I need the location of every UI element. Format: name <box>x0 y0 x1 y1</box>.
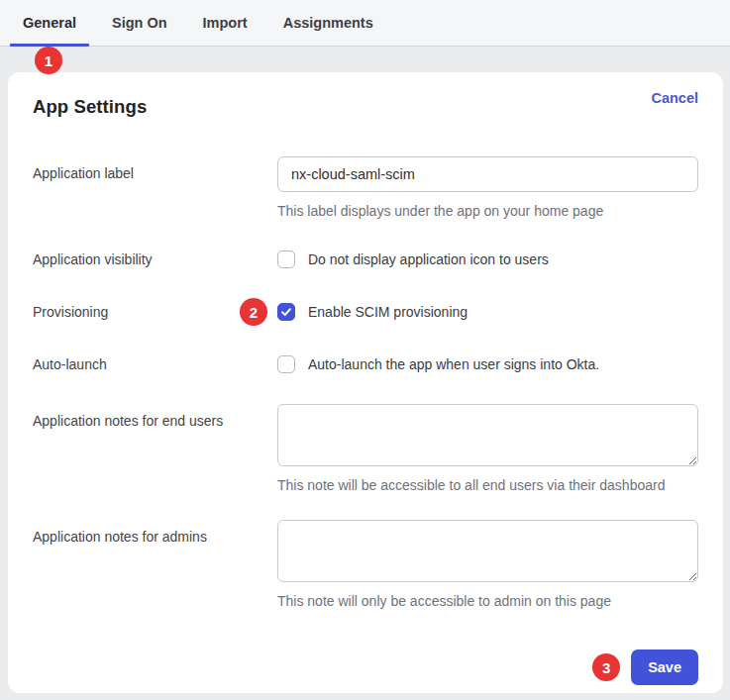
tab-general-label: General <box>23 15 76 31</box>
tab-import-label: Import <box>203 15 248 31</box>
form-row-provisioning: 2 Provisioning Enable SCIM provisioning <box>33 303 698 321</box>
form-row-notes-admins: Application notes for admins This note w… <box>33 520 698 609</box>
application-label-input[interactable] <box>277 156 698 192</box>
form-row-application-visibility: Application visibility Do not display ap… <box>33 250 698 268</box>
tab-assignments-label: Assignments <box>283 15 373 31</box>
auto-launch-field-label: Auto-launch <box>33 356 277 372</box>
form-row-notes-end-users: Application notes for end users This not… <box>33 404 698 493</box>
tab-import[interactable]: Import <box>190 0 261 46</box>
tab-assignments[interactable]: Assignments <box>270 0 386 46</box>
panel-footer: 3 Save <box>33 650 698 685</box>
form-row-auto-launch: Auto-launch Auto-launch the app when use… <box>33 355 698 373</box>
step-1-badge: 1 <box>35 47 62 74</box>
application-label-help-text: This label displays under the app on you… <box>277 203 698 219</box>
notes-end-users-textarea[interactable] <box>277 404 698 466</box>
step-3-badge: 3 <box>592 653 620 681</box>
enable-scim-provisioning-checkbox-label: Enable SCIM provisioning <box>308 304 468 320</box>
notes-end-users-help-text: This note will be accessible to all end … <box>277 477 698 493</box>
application-label-field-label: Application label <box>33 156 277 219</box>
notes-admins-help-text: This note will only be accessible to adm… <box>277 593 698 609</box>
app-settings-screen: General Sign On Import Assignments 1 App… <box>0 0 730 700</box>
tab-bar: General Sign On Import Assignments <box>0 0 730 47</box>
tab-sign-on[interactable]: Sign On <box>99 0 180 46</box>
tab-sign-on-label: Sign On <box>112 15 167 31</box>
notes-admins-textarea[interactable] <box>277 520 698 582</box>
page-title: App Settings <box>33 96 147 118</box>
tab-general[interactable]: General <box>10 0 89 46</box>
notes-end-users-field-label: Application notes for end users <box>33 404 277 493</box>
application-visibility-field-label: Application visibility <box>33 251 277 267</box>
check-icon <box>280 306 292 318</box>
panel-header: App Settings Cancel <box>33 96 698 118</box>
application-visibility-checkbox-label: Do not display application icon to users <box>308 251 549 267</box>
notes-admins-field-label: Application notes for admins <box>33 520 277 609</box>
save-button[interactable]: Save <box>631 650 698 685</box>
auto-launch-checkbox[interactable] <box>277 355 295 373</box>
form-row-application-label: Application label This label displays un… <box>33 156 698 219</box>
app-settings-panel: App Settings Cancel Application label Th… <box>8 72 723 693</box>
enable-scim-provisioning-checkbox[interactable] <box>277 303 295 321</box>
application-visibility-checkbox[interactable] <box>277 250 295 268</box>
auto-launch-checkbox-label: Auto-launch the app when user signs into… <box>308 356 599 372</box>
cancel-link[interactable]: Cancel <box>651 90 698 106</box>
step-2-badge: 2 <box>240 298 267 326</box>
